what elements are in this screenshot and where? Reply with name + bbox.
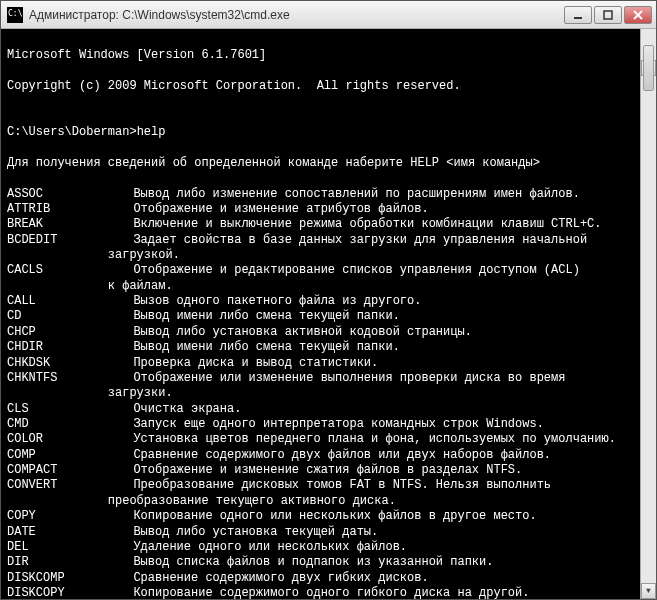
help-entry: COLOR Установка цветов переднего плана и… [7, 432, 650, 447]
help-entry: COMPACT Отображение и изменение сжатия ф… [7, 463, 650, 478]
help-list: ASSOC Вывод либо изменение сопоставлений… [7, 187, 650, 599]
command-desc: Вывод списка файлов и подпапок из указан… [119, 555, 493, 569]
command-name: CHDIR [7, 340, 119, 355]
help-entry: ATTRIB Отображение и изменение атрибутов… [7, 202, 650, 217]
command-desc: Удаление одного или нескольких файлов. [119, 540, 407, 554]
command-desc: Включение и выключение режима обработки … [119, 217, 601, 231]
command-name: COMP [7, 448, 119, 463]
command-desc: Установка цветов переднего плана и фона,… [119, 432, 616, 446]
prompt-line: C:\Users\Doberman>help [7, 125, 650, 140]
header-line: Copyright (c) 2009 Microsoft Corporation… [7, 79, 650, 94]
scroll-down-button[interactable]: ▼ [641, 583, 656, 599]
help-entry: COMP Сравнение содержимого двух файлов и… [7, 448, 650, 463]
command-name: CHKNTFS [7, 371, 119, 386]
command-desc: Вывод либо установка активной кодовой ст… [119, 325, 472, 339]
command-name: CALL [7, 294, 119, 309]
command-desc: Вывод имени либо смена текущей папки. [119, 340, 400, 354]
help-entry: CONVERT Преобразование дисковых томов FA… [7, 478, 650, 493]
command-desc: Вывод имени либо смена текущей папки. [119, 309, 400, 323]
help-entry: CD Вывод имени либо смена текущей папки. [7, 309, 650, 324]
command-desc: Отображение и изменение сжатия файлов в … [119, 463, 522, 477]
help-entry: CHKDSK Проверка диска и вывод статистики… [7, 356, 650, 371]
help-entry: CHDIR Вывод имени либо смена текущей пап… [7, 340, 650, 355]
window-buttons [562, 6, 652, 24]
command-desc-cont: к файлам. [7, 279, 650, 294]
prompt-cmd: help [137, 125, 166, 139]
command-desc: Очистка экрана. [119, 402, 241, 416]
command-desc: Проверка диска и вывод статистики. [119, 356, 378, 370]
help-entry: DIR Вывод списка файлов и подпапок из ук… [7, 555, 650, 570]
command-desc: Сравнение содержимого двух файлов или дв… [119, 448, 551, 462]
command-desc: Сравнение содержимого двух гибких дисков… [119, 571, 429, 585]
close-icon [633, 10, 643, 20]
help-entry: CHKNTFS Отображение или изменение выполн… [7, 371, 650, 386]
help-entry: BCDEDIT Задает свойства в базе данных за… [7, 233, 650, 248]
command-desc-cont: загрузки. [7, 386, 650, 401]
maximize-icon [603, 10, 613, 20]
scroll-track[interactable] [641, 45, 656, 583]
prompt-path: C:\Users\Doberman> [7, 125, 137, 139]
command-desc: Отображение или изменение выполнения про… [119, 371, 565, 385]
help-intro: Для получения сведений об определенной к… [7, 156, 650, 171]
window-title: Администратор: C:\Windows\system32\cmd.e… [29, 8, 562, 22]
console-area[interactable]: Microsoft Windows [Version 6.1.7601] Cop… [1, 29, 656, 599]
command-name: COLOR [7, 432, 119, 447]
titlebar[interactable]: Администратор: C:\Windows\system32\cmd.e… [1, 1, 656, 29]
command-desc: Вывод либо установка текущей даты. [119, 525, 378, 539]
svg-rect-1 [604, 11, 612, 19]
command-desc-cont: загрузкой. [7, 248, 650, 263]
close-button[interactable] [624, 6, 652, 24]
command-name: COPY [7, 509, 119, 524]
minimize-button[interactable] [564, 6, 592, 24]
vertical-scrollbar[interactable]: ▲ ▼ [640, 29, 656, 599]
command-desc: Вызов одного пакетного файла из другого. [119, 294, 421, 308]
command-desc: Вывод либо изменение сопоставлений по ра… [119, 187, 580, 201]
header-line: Microsoft Windows [Version 6.1.7601] [7, 48, 650, 63]
help-entry: DISKCOMP Сравнение содержимого двух гибк… [7, 571, 650, 586]
command-desc: Преобразование дисковых томов FAT в NTFS… [119, 478, 551, 492]
command-name: CONVERT [7, 478, 119, 493]
command-desc: Копирование одного или нескольких файлов… [119, 509, 537, 523]
help-entry: CACLS Отображение и редактирование списк… [7, 263, 650, 278]
help-entry: CLS Очистка экрана. [7, 402, 650, 417]
command-name: CACLS [7, 263, 119, 278]
command-name: CMD [7, 417, 119, 432]
command-name: DISKCOPY [7, 586, 119, 599]
scroll-thumb[interactable] [643, 45, 654, 91]
command-desc: Задает свойства в базе данных загрузки д… [119, 233, 587, 247]
command-desc: Запуск еще одного интерпретатора командн… [119, 417, 544, 431]
command-name: ASSOC [7, 187, 119, 202]
help-entry: DEL Удаление одного или нескольких файло… [7, 540, 650, 555]
command-name: COMPACT [7, 463, 119, 478]
command-name: BCDEDIT [7, 233, 119, 248]
command-name: CHKDSK [7, 356, 119, 371]
command-desc: Отображение и редактирование списков упр… [119, 263, 580, 277]
help-entry: CALL Вызов одного пакетного файла из дру… [7, 294, 650, 309]
help-entry: BREAK Включение и выключение режима обра… [7, 217, 650, 232]
command-name: BREAK [7, 217, 119, 232]
command-desc-cont: преобразование текущего активного диска. [7, 494, 650, 509]
command-name: DATE [7, 525, 119, 540]
command-desc: Отображение и изменение атрибутов файлов… [119, 202, 429, 216]
cmd-window: Администратор: C:\Windows\system32\cmd.e… [0, 0, 657, 600]
help-entry: CHCP Вывод либо установка активной кодов… [7, 325, 650, 340]
command-name: ATTRIB [7, 202, 119, 217]
command-name: CHCP [7, 325, 119, 340]
command-name: DEL [7, 540, 119, 555]
help-entry: DISKCOPY Копирование содержимого одного … [7, 586, 650, 599]
help-entry: ASSOC Вывод либо изменение сопоставлений… [7, 187, 650, 202]
command-name: CD [7, 309, 119, 324]
help-entry: COPY Копирование одного или нескольких ф… [7, 509, 650, 524]
help-entry: CMD Запуск еще одного интерпретатора ком… [7, 417, 650, 432]
command-name: DIR [7, 555, 119, 570]
maximize-button[interactable] [594, 6, 622, 24]
command-name: DISKCOMP [7, 571, 119, 586]
command-name: CLS [7, 402, 119, 417]
cmd-icon [7, 7, 23, 23]
minimize-icon [573, 10, 583, 20]
help-entry: DATE Вывод либо установка текущей даты. [7, 525, 650, 540]
command-desc: Копирование содержимого одного гибкого д… [119, 586, 529, 599]
